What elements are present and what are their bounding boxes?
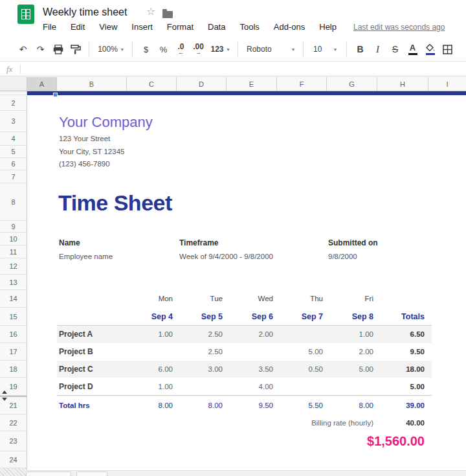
header-color-band[interactable] [27,91,466,95]
project-c-thu[interactable]: 0.50 [277,361,323,378]
row-header-23[interactable]: 23 [0,431,27,451]
font-family-select[interactable]: Roboto▾ [243,41,298,58]
project-d-wed[interactable]: 4.00 [227,378,273,396]
day-header-fri[interactable]: Fri [327,290,373,308]
undo-icon[interactable]: ↶ [14,41,32,58]
row-header-6[interactable]: 6 [0,158,27,170]
menu-help[interactable]: Help [319,22,337,32]
day-header-thu[interactable]: Thu [277,290,323,308]
company-phone-cell[interactable]: (123) 456-7890 [59,158,110,170]
total-hrs-thu[interactable]: 5.50 [277,397,323,414]
billing-rate-value[interactable]: 40.00 [377,414,425,431]
bold-button[interactable]: B [351,41,369,58]
row-header-7[interactable]: 7 [0,170,27,183]
row-header-24[interactable]: 24 [0,451,27,468]
row-header-13[interactable]: 13 [0,275,27,290]
project-c-mon[interactable]: 6.00 [127,361,173,378]
submitted-on-value[interactable]: 9/8/2000 [328,250,357,263]
sheets-logo-icon[interactable] [17,5,34,24]
project-b-fri[interactable]: 2.00 [327,343,373,361]
day-header-wed[interactable]: Wed [227,290,273,308]
italic-button[interactable]: I [369,41,386,58]
format-currency-button[interactable]: $ [137,41,155,58]
project-d-total[interactable]: 5.00 [377,378,425,396]
column-header-c[interactable]: C [127,77,177,91]
menu-format[interactable]: Format [167,22,194,32]
row-header-4[interactable]: 4 [0,132,27,146]
day-header-mon[interactable]: Mon [127,290,173,308]
row-header-18[interactable]: 18 [0,361,27,378]
column-header-i[interactable]: I [428,77,466,91]
more-formats-button[interactable]: 123▾ [207,41,233,58]
date-header-sep6[interactable]: Sep 6 [227,308,273,326]
project-b-total[interactable]: 9.50 [377,343,425,361]
row-header-10[interactable]: 10 [0,232,27,245]
company-name-cell[interactable]: Your Company [59,113,153,132]
column-header-f[interactable]: F [277,77,327,91]
row-header-16[interactable]: 16 [0,326,27,343]
row-header-12[interactable]: 12 [0,258,27,275]
total-hrs-fri[interactable]: 8.00 [327,397,373,414]
project-c-tue[interactable]: 3.00 [177,361,223,378]
menu-addons[interactable]: Add-ons [274,22,305,32]
font-size-select[interactable]: 10▾ [308,41,342,58]
menu-file[interactable]: File [43,22,56,32]
row-header-15[interactable]: 15 [0,308,27,326]
column-header-d[interactable]: D [177,77,227,91]
zoom-select[interactable]: 100%▾ [94,41,128,58]
row-header-5[interactable]: 5 [0,146,27,158]
folder-icon[interactable] [162,11,173,18]
total-hrs-wed[interactable]: 9.50 [227,397,273,414]
menu-view[interactable]: View [99,22,117,32]
project-a-wed[interactable]: 2.00 [227,326,273,343]
submitted-on-label[interactable]: Submitted on [328,236,378,249]
time-sheet-title[interactable]: Time Sheet [58,189,172,216]
row-header-22[interactable]: 22 [0,414,27,431]
borders-button[interactable] [439,41,456,58]
formula-input[interactable] [21,62,466,76]
project-a-mon[interactable]: 1.00 [127,326,173,343]
project-a-total[interactable]: 6.50 [377,326,425,343]
company-address1-cell[interactable]: 123 Your Street [59,133,110,145]
project-c-wed[interactable]: 3.50 [227,361,273,378]
document-title[interactable]: Weekly time sheet [43,6,127,18]
row-header-9[interactable]: 9 [0,221,27,232]
increase-decimal-button[interactable]: .00→ [190,41,207,58]
total-hrs-mon[interactable]: 8.00 [127,397,173,414]
project-a-label[interactable]: Project A [59,326,125,343]
project-d-label[interactable]: Project D [59,378,125,396]
totals-header[interactable]: Totals [377,308,425,326]
project-c-total[interactable]: 18.00 [377,361,425,378]
decrease-decimal-button[interactable]: .0← [172,41,190,58]
row-header-17[interactable]: 17 [0,343,27,361]
project-c-fri[interactable]: 5.00 [327,361,373,378]
project-d-mon[interactable]: 1.00 [127,378,173,396]
selection-fill-handle[interactable] [53,93,58,97]
column-header-g[interactable]: G [327,77,377,91]
strikethrough-button[interactable]: S [386,41,404,58]
row-header-11[interactable]: 11 [0,245,27,258]
project-b-tue[interactable]: 2.50 [177,343,223,361]
date-header-sep7[interactable]: Sep 7 [277,308,323,326]
row-header-14[interactable]: 14 [0,290,27,308]
employee-name-value[interactable]: Employee name [59,250,113,263]
total-hrs-label[interactable]: Total hrs [59,397,125,414]
format-percent-button[interactable]: % [155,41,172,58]
sheet-tab[interactable] [26,471,71,476]
column-header-e[interactable]: E [227,77,277,91]
fill-color-button[interactable] [421,41,439,58]
row-header-8[interactable]: 8 [0,183,27,221]
day-header-tue[interactable]: Tue [177,290,223,308]
column-header-a[interactable]: A [27,77,57,91]
company-address2-cell[interactable]: Your City, ST 12345 [59,146,124,158]
date-header-sep5[interactable]: Sep 5 [177,308,223,326]
paint-format-icon[interactable] [67,41,84,58]
grand-total-value[interactable]: $1,560.00 [298,431,425,451]
column-header-h[interactable]: H [377,77,428,91]
date-header-sep4[interactable]: Sep 4 [127,308,173,326]
billing-rate-label[interactable]: Billing rate (hourly) [259,414,373,431]
menu-edit[interactable]: Edit [71,22,85,32]
project-a-fri[interactable]: 1.00 [327,326,373,343]
last-edit-link[interactable]: Last edit was seconds ago [353,23,445,32]
date-header-sep8[interactable]: Sep 8 [327,308,373,326]
